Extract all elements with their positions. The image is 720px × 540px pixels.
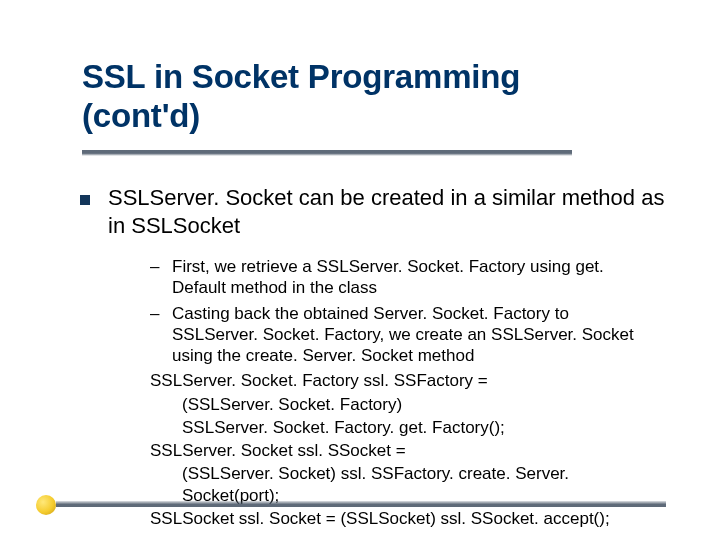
slide-title: SSL in Socket Programming (cont'd)	[82, 58, 642, 136]
code-line-3: SSLSocket ssl. Socket = (SSLSocket) ssl.…	[150, 508, 652, 529]
sub-bullet-1: – First, we retrieve a SSLServer. Socket…	[150, 256, 652, 299]
sub-bullets: – First, we retrieve a SSLServer. Socket…	[150, 256, 652, 531]
title-block: SSL in Socket Programming (cont'd)	[82, 58, 642, 136]
dash-icon: –	[150, 256, 159, 277]
code-line-1b: (SSLServer. Socket. Factory)	[150, 394, 652, 415]
main-bullet-text: SSLServer. Socket can be created in a si…	[108, 184, 668, 239]
decoration-dot-icon	[36, 495, 56, 515]
code-line-1a: SSLServer. Socket. Factory ssl. SSFactor…	[150, 370, 652, 391]
dash-icon: –	[150, 303, 159, 324]
code-line-1c: SSLServer. Socket. Factory. get. Factory…	[150, 417, 652, 438]
bullet-square-icon	[80, 195, 90, 205]
sub-bullet-2-text: Casting back the obtained Server. Socket…	[172, 304, 634, 366]
title-underline	[82, 150, 572, 156]
code-line-2b: (SSLServer. Socket) ssl. SSFactory. crea…	[150, 463, 652, 506]
code-line-2a: SSLServer. Socket ssl. SSocket =	[150, 440, 652, 461]
sub-bullet-2: – Casting back the obtained Server. Sock…	[150, 303, 652, 367]
decoration-bar	[56, 501, 666, 507]
sub-bullet-1-text: First, we retrieve a SSLServer. Socket. …	[172, 257, 604, 297]
slide: SSL in Socket Programming (cont'd) SSLSe…	[0, 0, 720, 540]
